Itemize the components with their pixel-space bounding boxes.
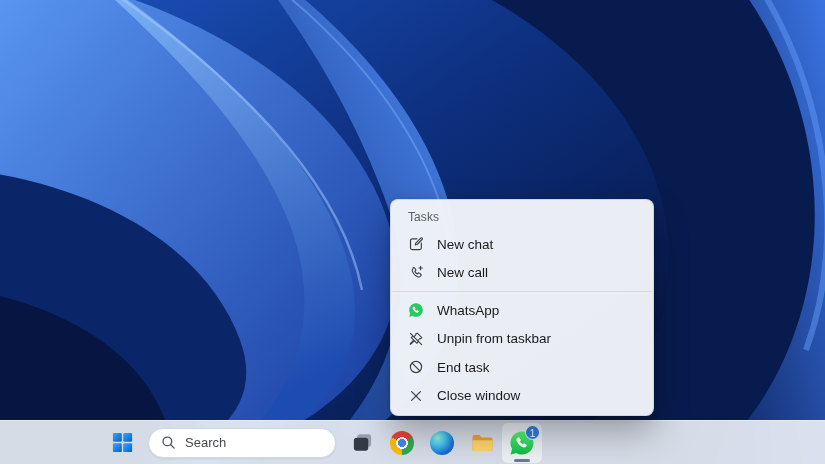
search-label: Search xyxy=(185,435,226,450)
task-view-button[interactable] xyxy=(342,423,382,463)
menu-item-new-call[interactable]: New call xyxy=(391,259,653,288)
start-button[interactable] xyxy=(102,423,142,463)
taskbar: Search xyxy=(0,420,825,464)
menu-item-new-chat[interactable]: New chat xyxy=(391,230,653,259)
jumplist-section-label: Tasks xyxy=(391,206,653,230)
search-box[interactable]: Search xyxy=(148,428,336,458)
windows-start-icon xyxy=(111,431,134,454)
menu-item-label: New call xyxy=(437,265,488,280)
file-explorer-button[interactable] xyxy=(462,423,502,463)
task-view-icon xyxy=(351,431,374,454)
taskbar-app-group: Search xyxy=(102,421,542,464)
menu-item-label: Close window xyxy=(437,388,520,403)
unpin-icon xyxy=(408,331,424,347)
new-chat-icon xyxy=(408,236,424,252)
running-indicator xyxy=(514,459,530,462)
search-icon xyxy=(161,435,176,450)
menu-item-label: Unpin from taskbar xyxy=(437,331,551,346)
menu-item-unpin-from-taskbar[interactable]: Unpin from taskbar xyxy=(391,325,653,354)
file-explorer-icon xyxy=(470,431,494,455)
desktop: Tasks New chat New call xyxy=(0,0,825,464)
menu-separator xyxy=(392,291,652,292)
new-call-icon xyxy=(408,265,424,281)
menu-item-close-window[interactable]: Close window xyxy=(391,382,653,411)
chrome-button[interactable] xyxy=(382,423,422,463)
notification-badge: 1 xyxy=(525,425,540,440)
chrome-icon xyxy=(390,431,414,455)
whatsapp-icon xyxy=(408,302,424,318)
close-icon xyxy=(408,388,424,404)
edge-icon xyxy=(430,431,454,455)
whatsapp-jumplist-menu: Tasks New chat New call xyxy=(390,199,654,416)
whatsapp-button[interactable]: 1 xyxy=(502,423,542,463)
menu-item-label: End task xyxy=(437,360,490,375)
menu-item-end-task[interactable]: End task xyxy=(391,353,653,382)
edge-button[interactable] xyxy=(422,423,462,463)
menu-item-whatsapp[interactable]: WhatsApp xyxy=(391,296,653,325)
menu-item-label: WhatsApp xyxy=(437,303,499,318)
menu-item-label: New chat xyxy=(437,237,493,252)
end-task-icon xyxy=(408,359,424,375)
